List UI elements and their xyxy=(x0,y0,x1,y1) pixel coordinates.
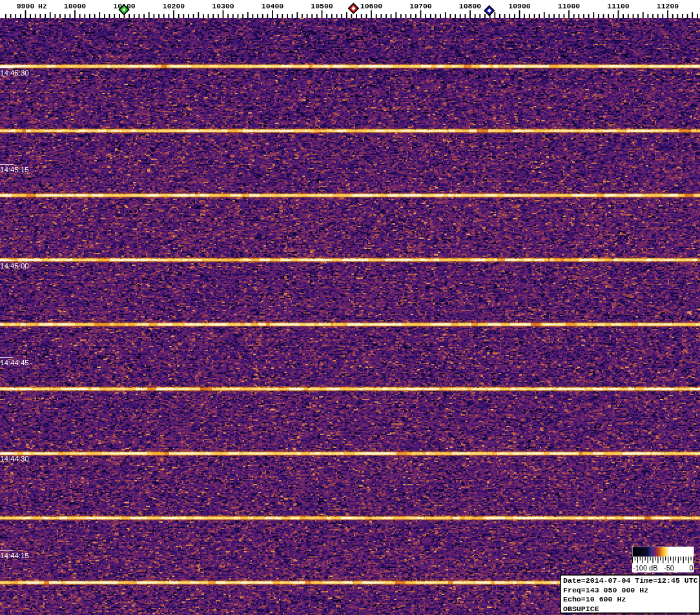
svg-text:10700: 10700 xyxy=(409,2,432,10)
svg-text:0: 0 xyxy=(689,564,693,572)
svg-text:14:44:15: 14:44:15 xyxy=(0,552,29,560)
svg-text:Echo=10 600 Hz: Echo=10 600 Hz xyxy=(563,595,626,603)
svg-text:9900: 9900 xyxy=(17,2,35,10)
svg-text:10300: 10300 xyxy=(212,2,234,10)
svg-text:11100: 11100 xyxy=(607,2,630,10)
svg-text:10900: 10900 xyxy=(508,2,531,10)
svg-text:Date=2014-07-04 Time=12:45 UTC: Date=2014-07-04 Time=12:45 UTC xyxy=(563,576,698,585)
svg-text:-50: -50 xyxy=(664,564,674,572)
svg-text:Hz: Hz xyxy=(38,2,47,10)
svg-text:14:44:45: 14:44:45 xyxy=(0,359,29,367)
svg-text:14:45:15: 14:45:15 xyxy=(0,166,29,174)
svg-text:10500: 10500 xyxy=(311,2,333,10)
svg-text:10600: 10600 xyxy=(360,2,383,10)
svg-text:10800: 10800 xyxy=(459,2,482,10)
svg-text:14:45:00: 14:45:00 xyxy=(0,262,29,270)
svg-text:10400: 10400 xyxy=(262,2,284,10)
svg-text:11000: 11000 xyxy=(558,2,581,10)
svg-text:10200: 10200 xyxy=(163,2,185,10)
svg-text:Freq=143 050 000 Hz: Freq=143 050 000 Hz xyxy=(563,586,648,594)
svg-text:14:44:30: 14:44:30 xyxy=(0,455,29,463)
svg-text:10000: 10000 xyxy=(64,2,87,10)
svg-text:14:45:30: 14:45:30 xyxy=(0,69,29,77)
svg-text:-100 dB: -100 dB xyxy=(633,564,658,572)
svg-text:11200: 11200 xyxy=(657,2,679,10)
svg-text:OBSUPICE: OBSUPICE xyxy=(563,605,599,613)
